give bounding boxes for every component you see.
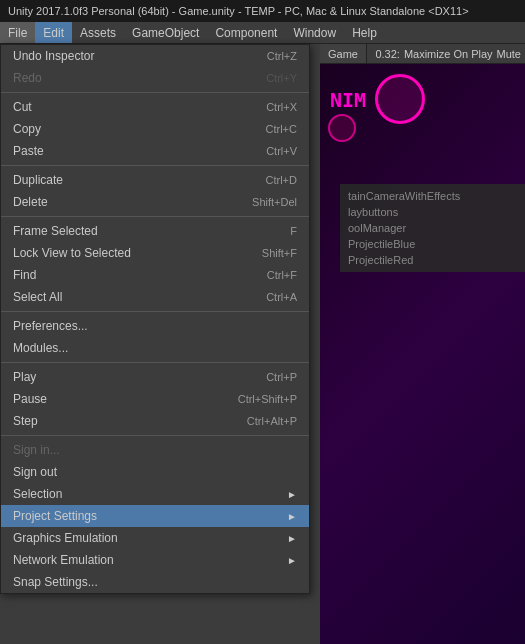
sep2 <box>1 165 309 166</box>
sep5 <box>1 362 309 363</box>
menu-modules[interactable]: Modules... <box>1 337 309 359</box>
edit-dropdown-menu: Undo Inspector Ctrl+Z Redo Ctrl+Y Cut Ct… <box>0 44 310 594</box>
menu-preferences[interactable]: Preferences... <box>1 315 309 337</box>
hierarchy-item-5: ProjectileRed <box>344 252 521 268</box>
menu-duplicate[interactable]: Duplicate Ctrl+D <box>1 169 309 191</box>
menu-pause[interactable]: Pause Ctrl+Shift+P <box>1 388 309 410</box>
menu-undo-inspector[interactable]: Undo Inspector Ctrl+Z <box>1 45 309 67</box>
menu-step[interactable]: Step Ctrl+Alt+P <box>1 410 309 432</box>
menu-frame-selected[interactable]: Frame Selected F <box>1 220 309 242</box>
menu-play[interactable]: Play Ctrl+P <box>1 366 309 388</box>
maximize-on-play-button[interactable]: Maximize On Play <box>404 48 493 60</box>
hierarchy-item-1: tainCameraWithEffects <box>344 188 521 204</box>
mute-button[interactable]: Mute <box>497 48 521 60</box>
menu-sign-in[interactable]: Sign in... <box>1 439 309 461</box>
main-area: Undo Inspector Ctrl+Z Redo Ctrl+Y Cut Ct… <box>0 44 525 644</box>
game-character-text: NIM <box>330 89 366 111</box>
menu-graphics-emulation[interactable]: Graphics Emulation ► <box>1 527 309 549</box>
sep6 <box>1 435 309 436</box>
game-circle-2 <box>328 114 356 142</box>
menu-assets[interactable]: Assets <box>72 22 124 43</box>
menu-file[interactable]: File <box>0 22 35 43</box>
game-tab[interactable]: Game <box>320 44 367 63</box>
game-tab-bar: Game 0.32: Maximize On Play Mute <box>320 44 525 64</box>
menu-bar: File Edit Assets GameObject Component Wi… <box>0 22 525 44</box>
menu-window[interactable]: Window <box>285 22 344 43</box>
menu-selection[interactable]: Selection ► <box>1 483 309 505</box>
menu-edit[interactable]: Edit <box>35 22 72 43</box>
sep4 <box>1 311 309 312</box>
sep1 <box>1 92 309 93</box>
hierarchy-overlay: tainCameraWithEffects laybuttons oolMana… <box>340 184 525 272</box>
menu-gameobject[interactable]: GameObject <box>124 22 207 43</box>
menu-sign-out[interactable]: Sign out <box>1 461 309 483</box>
menu-component[interactable]: Component <box>207 22 285 43</box>
menu-redo[interactable]: Redo Ctrl+Y <box>1 67 309 89</box>
menu-delete[interactable]: Delete Shift+Del <box>1 191 309 213</box>
menu-help[interactable]: Help <box>344 22 385 43</box>
sep3 <box>1 216 309 217</box>
menu-lock-view[interactable]: Lock View to Selected Shift+F <box>1 242 309 264</box>
game-panel: Game 0.32: Maximize On Play Mute NIM tai… <box>320 44 525 644</box>
title-bar: Unity 2017.1.0f3 Personal (64bit) - Game… <box>0 0 525 22</box>
menu-select-all[interactable]: Select All Ctrl+A <box>1 286 309 308</box>
game-content: NIM tainCameraWithEffects laybuttons ool… <box>320 64 525 644</box>
game-tab-label: Game <box>328 48 358 60</box>
left-panel: Undo Inspector Ctrl+Z Redo Ctrl+Y Cut Ct… <box>0 44 320 644</box>
menu-paste[interactable]: Paste Ctrl+V <box>1 140 309 162</box>
menu-copy[interactable]: Copy Ctrl+C <box>1 118 309 140</box>
hierarchy-item-4: ProjectileBlue <box>344 236 521 252</box>
menu-snap-settings[interactable]: Snap Settings... <box>1 571 309 593</box>
hierarchy-item-2: laybuttons <box>344 204 521 220</box>
game-background: NIM tainCameraWithEffects laybuttons ool… <box>320 64 525 644</box>
title-text: Unity 2017.1.0f3 Personal (64bit) - Game… <box>8 5 469 17</box>
menu-project-settings[interactable]: Project Settings ► <box>1 505 309 527</box>
game-circle-1 <box>375 74 425 124</box>
game-tab-controls: 0.32: Maximize On Play Mute <box>375 48 525 60</box>
menu-network-emulation[interactable]: Network Emulation ► <box>1 549 309 571</box>
menu-cut[interactable]: Cut Ctrl+X <box>1 96 309 118</box>
resolution-display: 0.32: <box>375 48 399 60</box>
hierarchy-item-3: oolManager <box>344 220 521 236</box>
menu-find[interactable]: Find Ctrl+F <box>1 264 309 286</box>
